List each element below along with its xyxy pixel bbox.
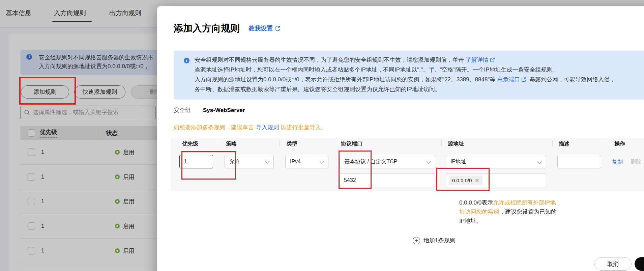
dialog-title: 添加入方向规则	[174, 22, 240, 35]
alert-line-1: 安全组规则对不同规格云服务器的生效情况不同，为了避免您的安全组规则不生效，请您添…	[195, 55, 615, 65]
learn-more-link[interactable]: 了解详情	[466, 57, 489, 63]
form-col-actions: 操作	[614, 140, 625, 147]
add-inbound-rule-dialog: 添加入方向规则 教我设置 i 安全组规则对不同规格云服务器的生效情况不同，为了避…	[157, 6, 644, 271]
confirm-button[interactable]	[635, 257, 644, 271]
cancel-button[interactable]: 取消	[594, 257, 632, 271]
priority-input[interactable]	[179, 155, 213, 168]
teach-me-link-label: 教我设置	[248, 24, 273, 32]
chevron-down-icon	[537, 159, 542, 164]
alert-line-3-tail: 暴露到公网，可能导致网络入侵，	[529, 76, 615, 83]
tip-text: 如您要添加多条规则，建议单击	[174, 124, 254, 131]
info-icon: i	[184, 58, 189, 63]
chevron-down-icon	[320, 159, 324, 164]
port-input[interactable]	[340, 173, 435, 187]
alert-line-4: 务中断、数据泄露或数据勒索等严重后果。建议您将安全组规则设置为仅允许已知的IP地…	[195, 84, 615, 94]
source-address-note: 0.0.0.0/0表示允许或拒绝所有外部IP地址访问您的实例，建议您设置为已知的…	[459, 198, 561, 225]
alert-line-3-text: 入方向规则的源地址设置为0.0.0.0/0或::/0，表示允许或拒绝所有外部IP…	[195, 76, 495, 83]
remove-tag-icon[interactable]: ✕	[475, 178, 479, 183]
chevron-down-icon	[427, 159, 431, 164]
tip-text-tail: 以进行批量导入。	[281, 124, 327, 131]
column-divider	[279, 140, 280, 147]
type-value: IPv4	[290, 159, 301, 165]
strategy-select[interactable]: 允许	[225, 155, 274, 168]
description-input[interactable]	[557, 155, 601, 168]
strategy-value: 允许	[229, 158, 240, 165]
column-divider	[552, 140, 553, 147]
batch-import-tip: 如您要添加多条规则，建议单击导入规则以进行批量导入。	[174, 124, 327, 131]
alert-line-3: 入方向规则的源地址设置为0.0.0.0/0或::/0，表示允许或拒绝所有外部IP…	[195, 75, 615, 84]
form-col-source: 源地址	[448, 140, 464, 147]
security-group-value: Sys-WebServer	[203, 107, 245, 114]
form-col-description: 描述	[559, 140, 569, 147]
delete-row-link[interactable]: 删除	[631, 159, 641, 166]
source-type-select[interactable]: IP地址	[446, 155, 546, 168]
teach-me-link[interactable]: 教我设置	[248, 24, 281, 32]
chevron-down-icon	[265, 159, 269, 164]
security-group-label: 安全组	[174, 106, 191, 114]
source-ip-input[interactable]: 0.0.0.0/0 ✕	[446, 173, 546, 187]
copy-row-link[interactable]: 复制	[612, 159, 623, 166]
plus-circle-icon: +	[413, 237, 420, 244]
type-select[interactable]: IPv4	[285, 155, 328, 168]
external-link-icon	[275, 26, 281, 31]
high-risk-ports-link[interactable]: 高危端口	[497, 76, 520, 83]
ip-address-tag-label: 0.0.0.0/0	[452, 178, 472, 183]
external-link-icon	[490, 57, 495, 62]
form-col-strategy: 策略	[226, 140, 237, 147]
column-divider	[441, 140, 442, 147]
note-text: 0.0.0.0/0表示	[459, 199, 493, 206]
form-col-priority: 优先级	[182, 140, 198, 147]
dialog-info-banner: i 安全组规则对不同规格云服务器的生效情况不同，为了避免您的安全组规则不生效，请…	[174, 51, 644, 100]
protocol-value: 基本协议 / 自定义TCP	[344, 158, 397, 165]
source-type-value: IP地址	[450, 158, 466, 165]
external-link-icon	[521, 77, 526, 82]
add-one-rule-button[interactable]: + 增加1条规则	[413, 237, 455, 244]
protocol-select[interactable]: 基本协议 / 自定义TCP	[340, 155, 435, 168]
add-one-rule-label: 增加1条规则	[423, 237, 455, 244]
alert-line-1-text: 安全组规则对不同规格云服务器的生效情况不同，为了避免您的安全组规则不生效，请您添…	[195, 57, 464, 63]
import-rules-link[interactable]: 导入规则	[256, 124, 279, 131]
ip-address-tag: 0.0.0.0/0 ✕	[449, 175, 482, 185]
form-col-protocol-port: 协议端口	[341, 140, 362, 147]
column-divider	[218, 140, 218, 147]
alert-line-2: 当源地址选择IP地址时，您可以在一个框内同时输入或者粘贴多个IP地址，不同IP地…	[195, 65, 615, 75]
column-divider	[608, 140, 608, 147]
form-col-type: 类型	[287, 140, 297, 147]
column-divider	[333, 140, 333, 147]
